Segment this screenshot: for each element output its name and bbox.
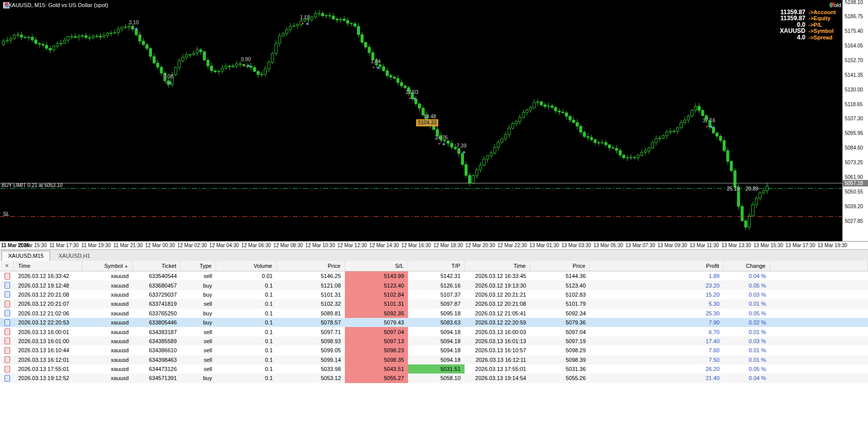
- cell-tp: 5094.18: [408, 346, 465, 355]
- column-header-time[interactable]: Time: [14, 261, 82, 271]
- cell-price: 5097.71: [277, 327, 345, 336]
- cell-time: 2026.03.12 20:21:08: [14, 290, 82, 299]
- trade-marker-label: 37.16: [698, 118, 720, 123]
- history-panel: ×TimeSymbol▲TicketTypeVolumePriceS/LT/PT…: [0, 261, 868, 421]
- cell-sl: 5123.40: [345, 280, 408, 290]
- column-header-time2[interactable]: Time: [465, 261, 530, 271]
- column-header-type[interactable]: Type: [181, 261, 216, 271]
- cell-tp: 5126.16: [408, 280, 465, 290]
- chart-title: XAUUSD, M15: Gold vs US Dollar (spot): [8, 2, 108, 8]
- cell-price: 5098.93: [277, 337, 345, 346]
- time-axis-label: 12 Mar 12:30: [334, 243, 370, 248]
- trade-marker: 1.18▼◆: [294, 15, 316, 25]
- cell-ticket: 634386610: [133, 346, 181, 355]
- history-row[interactable]: 2026.03.12 21:02:06xauusd633765250buy0.1…: [0, 309, 868, 318]
- cell-profit: 15.20: [590, 290, 724, 299]
- history-row[interactable]: 2026.03.13 16:10:44xauusd634386610sell0.…: [0, 346, 868, 355]
- cell-time2: 2026.03.12 20:21:21: [465, 290, 530, 299]
- history-row[interactable]: 2026.03.12 22:20:53xauusd633805446buy0.1…: [0, 318, 868, 327]
- sort-ascending-icon: ▲: [124, 264, 128, 268]
- close-diamond-icon: ◆: [306, 22, 309, 25]
- column-header-ticket[interactable]: Ticket: [133, 261, 181, 271]
- trade-marker-label: 19.48: [419, 114, 441, 119]
- price-axis-label: 5061.90: [845, 174, 863, 180]
- sell-arrow-icon: ▼: [437, 142, 441, 146]
- sell-arrow-icon: ▼: [164, 81, 168, 84]
- cell-price2: 5079.36: [530, 318, 590, 327]
- price-axis-label: 5084.60: [845, 145, 863, 151]
- price-axis-label: 5118.65: [845, 102, 862, 107]
- column-header-price2[interactable]: Price: [530, 261, 590, 271]
- column-header-symbol[interactable]: Symbol▲: [82, 261, 133, 271]
- cell-profit: 26.20: [590, 364, 724, 373]
- chart-tab-bar: XAUUSD,M15 XAUUSD,H1: [0, 249, 868, 261]
- cell-tp: 5083.63: [408, 318, 465, 327]
- history-row[interactable]: 2026.03.12 20:21:08xauusd633729037buy0.1…: [0, 290, 868, 299]
- cell-time2: 2026.03.12 22:20:59: [465, 318, 530, 327]
- price-axis-label: 5175.40: [845, 28, 863, 34]
- history-close-button[interactable]: ×: [5, 263, 9, 269]
- cell-volume: 0.1: [216, 299, 277, 308]
- trade-marker-icons: ▼◆: [450, 149, 473, 154]
- cell-symbol: xauusd: [82, 290, 133, 299]
- history-row[interactable]: 2026.03.12 16:33:42xauusd633540544sell0.…: [0, 271, 868, 280]
- price-axis-label: 5027.85: [845, 218, 863, 224]
- time-axis-label: 13 Mar 13:30: [719, 243, 754, 248]
- account-line: 11359.87->Account: [780, 9, 840, 15]
- tab-xauusd-h1[interactable]: XAUUSD,H1: [53, 251, 96, 261]
- account-label: ->Account: [808, 9, 840, 15]
- history-row[interactable]: 2026.03.13 19:12:52xauusd634571391buy0.1…: [0, 373, 868, 383]
- time-axis[interactable]: 11 Mar 202611 Mar 15:3011 Mar 17:3011 Ma…: [0, 241, 868, 249]
- cell-symbol: xauusd: [82, 355, 133, 364]
- cell-time: 2026.03.13 19:12:52: [14, 373, 82, 383]
- account-panel: 11359.87->Account 11359.87->Equity 0.0->…: [780, 9, 840, 40]
- cell-sl: 5097.04: [345, 327, 408, 336]
- sell-order-icon: [5, 273, 10, 279]
- order-price-tag: 5104.33: [416, 119, 438, 126]
- cell-volume: 0.1: [216, 355, 277, 364]
- column-header-tp[interactable]: T/P: [408, 261, 465, 271]
- buy-limit-label: BUY LIMIT 0.21 at 5053.10: [2, 182, 63, 188]
- order-type-cell: [0, 346, 14, 355]
- cell-price: 5101.31: [277, 290, 345, 299]
- time-axis-label: 13 Mar 15:30: [751, 243, 786, 248]
- price-axis-label: 5164.05: [845, 43, 863, 49]
- cell-type: sell: [181, 364, 216, 373]
- time-axis-label: 12 Mar 20:30: [463, 243, 498, 248]
- cell-type: sell: [181, 271, 216, 280]
- cell-type: sell: [181, 299, 216, 308]
- cell-price2: 5097.04: [530, 327, 590, 336]
- history-row[interactable]: 2026.03.13 17:55:01xauusd634473126sell0.…: [0, 364, 868, 373]
- history-rows: 2026.03.12 16:33:42xauusd633540544sell0.…: [0, 271, 868, 383]
- history-row[interactable]: 2026.03.12 20:21:07xauusd633741819sell0.…: [0, 299, 868, 308]
- trade-marker-icons: ▼◆: [157, 79, 179, 84]
- price-axis[interactable]: 5057.18 5198.105186.755175.405164.055152…: [842, 0, 868, 241]
- cell-price2: 5092.34: [530, 309, 590, 318]
- cell-type: sell: [181, 346, 216, 355]
- column-header-change[interactable]: Change: [724, 261, 770, 271]
- sell-arrow-icon: ▼: [301, 22, 304, 25]
- history-row[interactable]: 2026.03.13 16:00:01xauusd634383187sell0.…: [0, 327, 868, 336]
- close-diamond-icon: ◆: [377, 66, 379, 69]
- cell-sl: 5098.23: [345, 346, 408, 355]
- order-type-cell: [0, 280, 14, 290]
- column-header-volume[interactable]: Volume: [216, 261, 277, 271]
- buy-order-icon: [5, 310, 10, 316]
- time-axis-label: 12 Mar 08:30: [271, 243, 306, 248]
- stop-loss-label: SL: [3, 211, 9, 217]
- history-row[interactable]: 2026.03.13 16:12:01xauusd634398463sell0.…: [0, 355, 868, 364]
- cell-time: 2026.03.12 20:21:07: [14, 299, 82, 308]
- price-axis-label: 5152.70: [845, 58, 863, 63]
- column-header-price[interactable]: Price: [277, 261, 345, 271]
- cell-price: 5053.12: [277, 373, 345, 383]
- column-header-sl[interactable]: S/L: [345, 261, 408, 271]
- cell-time: 2026.03.12 22:20:53: [14, 318, 82, 327]
- cell-price2: 5097.19: [530, 337, 590, 346]
- cell-sl: 5043.51: [345, 364, 408, 373]
- cell-type: buy: [181, 280, 216, 290]
- history-row[interactable]: 2026.03.12 19:12:48xauusd633680457buy0.1…: [0, 280, 868, 290]
- tab-xauusd-m15[interactable]: XAUUSD,M15: [2, 251, 50, 261]
- time-axis-label: 11 Mar 17:30: [46, 243, 82, 248]
- history-row[interactable]: 2026.03.13 16:01:00xauusd634385589sell0.…: [0, 337, 868, 346]
- column-header-profit[interactable]: Profit: [590, 261, 724, 271]
